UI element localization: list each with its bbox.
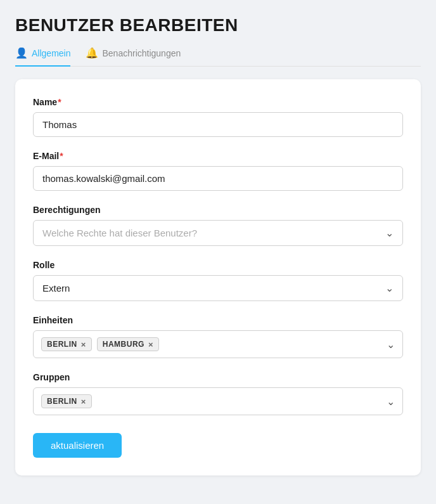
einheiten-tag-hamburg-label: HAMBURG xyxy=(103,340,144,349)
chevron-down-icon: ⌄ xyxy=(385,227,394,239)
einheiten-select[interactable]: BERLIN × HAMBURG × ⌄ xyxy=(33,330,403,358)
form-card: Name* E-Mail* Berechtigungen Welche Rech… xyxy=(15,79,421,475)
rolle-select[interactable]: Extern ⌄ xyxy=(33,275,403,301)
name-field-group: Name* xyxy=(33,97,403,137)
berechtigungen-label: Berechtigungen xyxy=(33,205,403,215)
update-button[interactable]: aktualisieren xyxy=(33,433,122,458)
page-title: BENUTZER BEARBEITEN xyxy=(15,15,421,36)
tab-benachrichtigungen[interactable]: 🔔 Benachrichtigungen xyxy=(86,47,181,67)
rolle-field-group: Rolle Extern ⌄ xyxy=(33,260,403,301)
gruppen-tags: BERLIN × xyxy=(41,394,92,408)
gruppen-tag-berlin: BERLIN × xyxy=(41,394,92,408)
einheiten-tag-hamburg-remove[interactable]: × xyxy=(148,340,153,349)
chevron-down-icon: ⌄ xyxy=(385,282,394,294)
rolle-value: Extern xyxy=(42,283,70,294)
name-input[interactable] xyxy=(33,112,403,137)
email-label: E-Mail* xyxy=(33,151,403,161)
rolle-label: Rolle xyxy=(33,260,403,270)
email-required-indicator: * xyxy=(60,151,63,161)
einheiten-tag-berlin-label: BERLIN xyxy=(47,340,77,349)
einheiten-label: Einheiten xyxy=(33,315,403,325)
einheiten-tags: BERLIN × HAMBURG × xyxy=(41,337,159,351)
berechtigungen-field-group: Berechtigungen Welche Rechte hat dieser … xyxy=(33,205,403,246)
tab-allgemein[interactable]: 👤 Allgemein xyxy=(15,47,70,67)
gruppen-tag-berlin-label: BERLIN xyxy=(47,397,77,406)
einheiten-tag-berlin: BERLIN × xyxy=(41,337,92,351)
person-icon: 👤 xyxy=(15,47,28,59)
einheiten-tag-berlin-remove[interactable]: × xyxy=(81,340,86,349)
email-field-group: E-Mail* xyxy=(33,151,403,191)
einheiten-tag-hamburg: HAMBURG × xyxy=(97,337,159,351)
tab-allgemein-label: Allgemein xyxy=(32,48,70,58)
berechtigungen-select[interactable]: Welche Rechte hat dieser Benutzer? ⌄ xyxy=(33,220,403,246)
einheiten-field-group: Einheiten BERLIN × HAMBURG × ⌄ xyxy=(33,315,403,358)
tab-bar: 👤 Allgemein 🔔 Benachrichtigungen xyxy=(15,47,421,67)
gruppen-tag-berlin-remove[interactable]: × xyxy=(81,397,86,406)
chevron-down-icon: ⌄ xyxy=(387,396,395,408)
email-input[interactable] xyxy=(33,166,403,191)
gruppen-field-group: Gruppen BERLIN × ⌄ xyxy=(33,372,403,415)
name-label: Name* xyxy=(33,97,403,107)
tab-benachrichtigungen-label: Benachrichtigungen xyxy=(102,48,181,58)
gruppen-select[interactable]: BERLIN × ⌄ xyxy=(33,387,403,415)
chevron-down-icon: ⌄ xyxy=(387,339,395,351)
bell-icon: 🔔 xyxy=(86,47,98,59)
gruppen-label: Gruppen xyxy=(33,372,403,382)
berechtigungen-placeholder: Welche Rechte hat dieser Benutzer? xyxy=(42,228,197,238)
name-required-indicator: * xyxy=(58,97,61,107)
